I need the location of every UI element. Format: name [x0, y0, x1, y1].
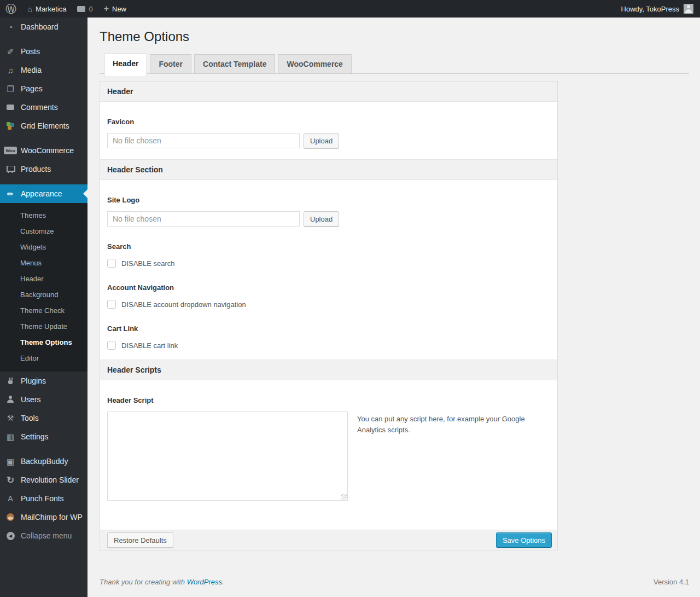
sidebar-item-label: Settings	[21, 432, 49, 441]
brush-icon	[4, 188, 17, 199]
tab-contact-template[interactable]: Contact Template	[194, 54, 275, 73]
sidebar-item-label: Plugins	[21, 376, 46, 385]
disable-account-label: DISABLE account dropdown navigation	[121, 300, 246, 309]
wordpress-link[interactable]: WordPress	[187, 578, 222, 586]
sidebar-item-label: Grid Elements	[21, 121, 69, 130]
cart-icon	[4, 164, 17, 175]
favicon-label: Favicon	[107, 102, 550, 126]
sidebar-item-label: Appearance	[21, 189, 62, 198]
sidebar-item-users[interactable]: Users	[0, 390, 88, 409]
favicon-file-input[interactable]	[107, 133, 300, 148]
submenu-item-theme-check[interactable]: Theme Check	[0, 303, 88, 318]
submenu-item-header[interactable]: Header	[0, 271, 88, 287]
sidebar-item-label: Products	[21, 165, 51, 173]
favicon-file-row: Upload	[107, 133, 550, 148]
disable-cart-row: DISABLE cart link	[107, 341, 550, 350]
sidebar-item-woocommerce[interactable]: Woo WooCommerce	[0, 141, 88, 160]
site-name-link[interactable]: ⌂ Marketica	[22, 0, 72, 18]
sidebar-item-posts[interactable]: Posts	[0, 42, 88, 61]
admin-bar: Ⓦ ⌂ Marketica 0 + New Howdy, TokoPress	[0, 0, 700, 18]
sidebar-item-pages[interactable]: Pages	[0, 79, 88, 98]
disable-cart-label: DISABLE cart link	[121, 341, 178, 350]
menu-separator	[0, 178, 88, 184]
sidebar-item-label: Comments	[21, 103, 58, 112]
new-content-menu[interactable]: + New	[98, 0, 132, 18]
sidebar-item-media[interactable]: Media	[0, 61, 88, 79]
disable-account-row: DISABLE account dropdown navigation	[107, 300, 550, 309]
version-label: Version 4.1	[654, 578, 689, 586]
comments-count: 0	[89, 5, 92, 13]
sidebar-item-label: WooCommerce	[21, 146, 74, 155]
disable-search-label: DISABLE search	[121, 259, 175, 268]
grid-elements-icon	[4, 120, 17, 131]
comment-bubble-icon	[4, 102, 17, 113]
sidebar-item-label: Pages	[21, 84, 43, 93]
sidebar-item-settings[interactable]: Settings	[0, 427, 88, 446]
submenu-item-customize[interactable]: Customize	[0, 223, 88, 239]
submenu-item-theme-update[interactable]: Theme Update	[0, 318, 88, 334]
menu-separator	[0, 135, 88, 141]
account-menu[interactable]: Howdy, TokoPress	[617, 0, 684, 18]
tab-footer[interactable]: Footer	[150, 54, 191, 73]
plug-icon	[4, 375, 17, 386]
thanks-text: Thank you for creating with	[100, 578, 187, 586]
collapse-menu-button[interactable]: Collapse menu	[0, 526, 88, 545]
header-script-hint: You can put any script here, for example…	[357, 411, 532, 501]
tab-header[interactable]: Header	[104, 54, 147, 77]
comment-bubble-icon	[77, 6, 85, 12]
sidebar-item-comments[interactable]: Comments	[0, 98, 88, 117]
sidebar-item-appearance[interactable]: Appearance	[0, 184, 88, 203]
collapse-arrow-icon	[4, 530, 17, 541]
sidebar-item-revolution-slider[interactable]: Revolution Slider	[0, 471, 88, 489]
spacer	[107, 148, 550, 159]
sidebar-item-products[interactable]: Products	[0, 160, 88, 178]
submenu-item-background[interactable]: Background	[0, 287, 88, 303]
refresh-icon	[4, 474, 17, 485]
resize-handle[interactable]	[341, 494, 347, 500]
section-body: Site Logo Upload Search DISABLE search A…	[100, 180, 557, 360]
avatar[interactable]	[684, 4, 693, 14]
site-name-label: Marketica	[36, 5, 66, 13]
tab-woocommerce[interactable]: WooCommerce	[278, 54, 351, 73]
submenu-item-editor[interactable]: Editor	[0, 350, 88, 366]
disable-search-checkbox[interactable]	[107, 259, 116, 268]
header-script-textarea[interactable]	[107, 411, 348, 501]
plus-icon: +	[104, 4, 109, 13]
sidebar-item-plugins[interactable]: Plugins	[0, 372, 88, 390]
site-logo-upload-button[interactable]: Upload	[304, 211, 339, 227]
textarea-wrapper	[107, 411, 348, 501]
account-navigation-label: Account Navigation	[107, 268, 550, 292]
sidebar-item-punch-fonts[interactable]: Punch Fonts	[0, 489, 88, 508]
home-icon: ⌂	[27, 5, 32, 13]
wrench-icon	[4, 413, 17, 424]
sidebar-item-tools[interactable]: Tools	[0, 409, 88, 427]
media-icon	[4, 65, 17, 76]
site-logo-file-input[interactable]	[107, 211, 300, 227]
save-options-button[interactable]: Save Options	[496, 532, 552, 548]
header-script-label: Header Script	[107, 380, 550, 404]
submenu-item-theme-options[interactable]: Theme Options	[0, 334, 88, 350]
wordpress-menu[interactable]: Ⓦ	[0, 0, 22, 18]
favicon-upload-button[interactable]: Upload	[304, 133, 339, 148]
submenu-item-themes[interactable]: Themes	[0, 207, 88, 223]
user-icon	[4, 394, 17, 405]
disable-account-dropdown-checkbox[interactable]	[107, 300, 116, 309]
submenu-item-widgets[interactable]: Widgets	[0, 239, 88, 255]
sidebar-item-grid-elements[interactable]: Grid Elements	[0, 117, 88, 135]
comments-shortcut[interactable]: 0	[72, 0, 98, 18]
disable-cart-link-checkbox[interactable]	[107, 341, 116, 350]
sidebar-item-dashboard[interactable]: Dashboard	[0, 18, 88, 36]
submenu-item-menus[interactable]: Menus	[0, 255, 88, 271]
new-label: New	[112, 5, 126, 13]
sidebar-item-label: BackupBuddy	[21, 457, 68, 466]
sidebar-item-mailchimp[interactable]: MailChimp for WP	[0, 508, 88, 526]
footer-thanks: Thank you for creating with WordPress.	[100, 578, 224, 586]
panel-footer: Restore Defaults Save Options	[100, 530, 557, 550]
appearance-submenu: Themes Customize Widgets Menus Header Ba…	[0, 203, 88, 372]
restore-defaults-button[interactable]: Restore Defaults	[107, 532, 173, 548]
thanks-period: .	[222, 578, 224, 586]
admin-sidebar: Dashboard Posts Media Pages Comments Gri…	[0, 18, 88, 597]
howdy-label: Howdy, TokoPress	[621, 5, 679, 13]
sidebar-item-label: Revolution Slider	[21, 476, 79, 484]
sidebar-item-backupbuddy[interactable]: BackupBuddy	[0, 452, 88, 471]
